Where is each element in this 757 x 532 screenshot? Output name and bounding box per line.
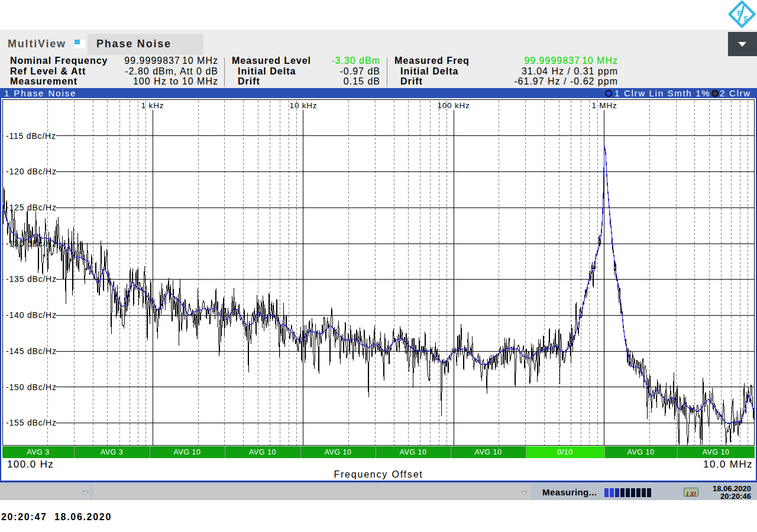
svg-text:10 kHz: 10 kHz <box>290 101 318 110</box>
svg-text:-125 dBc/Hz: -125 dBc/Hz <box>6 203 57 212</box>
svg-text:-120 dBc/Hz: -120 dBc/Hz <box>6 167 57 176</box>
svg-text:-135 dBc/Hz: -135 dBc/Hz <box>6 274 57 284</box>
svg-text:-155 dBc/Hz: -155 dBc/Hz <box>6 418 57 427</box>
svg-text:-140 dBc/Hz: -140 dBc/Hz <box>6 310 57 320</box>
svg-text:1 MHz: 1 MHz <box>591 101 617 110</box>
svg-text:-145 dBc/Hz: -145 dBc/Hz <box>6 346 57 356</box>
svg-text:1 kHz: 1 kHz <box>141 101 164 110</box>
svg-text:-115 dBc/Hz: -115 dBc/Hz <box>6 131 56 141</box>
svg-text:-150 dBc/Hz: -150 dBc/Hz <box>6 382 57 392</box>
svg-text:100 kHz: 100 kHz <box>437 101 470 110</box>
